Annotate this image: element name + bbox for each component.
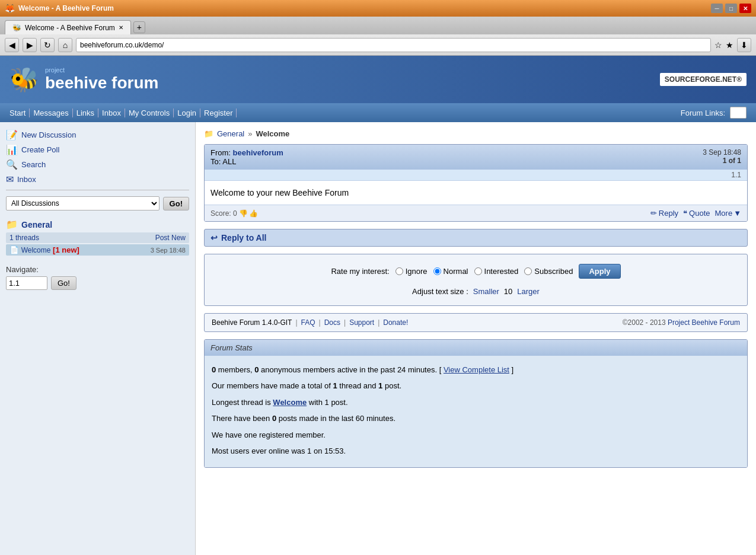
create-poll-label: Create Poll xyxy=(21,145,59,154)
subscribed-label: Subscribed xyxy=(534,267,573,276)
firefox-logo: 🦊 xyxy=(5,4,15,13)
nav-bar: Start Messages Links Inbox My Controls L… xyxy=(0,103,756,122)
nav-start[interactable]: Start xyxy=(9,109,30,117)
forward-button[interactable]: ▶ xyxy=(23,38,37,52)
new-discussion-icon: 📝 xyxy=(6,129,18,141)
breadcrumb-general-link[interactable]: General xyxy=(217,129,244,138)
minimize-button[interactable]: ─ xyxy=(711,4,723,13)
site-header: 🐝 project beehive forum SOURCEFORGE.NET® xyxy=(0,56,756,103)
create-poll-link[interactable]: 📊 Create Poll xyxy=(6,144,189,155)
back-button[interactable]: ◀ xyxy=(5,38,19,52)
tab-favicon: 🐝 xyxy=(12,24,21,32)
nav-links[interactable]: Links xyxy=(73,109,98,117)
version-text: Beehive Forum 1.4.0-GIT xyxy=(212,318,292,327)
apply-button[interactable]: Apply xyxy=(579,264,620,279)
site-logo: 🐝 project beehive forum xyxy=(9,66,158,94)
discussions-go-button[interactable]: Go! xyxy=(163,197,189,210)
larger-link[interactable]: Larger xyxy=(517,287,540,296)
forum-stats-body: 0 members, 0 anonymous members active in… xyxy=(205,356,747,467)
bookmark-icon[interactable]: ☆ xyxy=(714,40,722,50)
category-header: 📁 General xyxy=(6,219,189,230)
to-value: ALL xyxy=(222,157,236,166)
nav-links: Start Messages Links Inbox My Controls L… xyxy=(9,109,237,117)
tab-bar: 🐝 Welcome - A Beehive Forum ✕ + xyxy=(0,17,756,34)
refresh-button[interactable]: ↻ xyxy=(40,38,55,52)
category-section: 📁 General 1 threads Post New 📄 Welcome [… xyxy=(6,219,189,256)
support-link[interactable]: Support xyxy=(349,318,374,327)
anon-count: 0 xyxy=(254,365,259,374)
recent-posts-count: 0 xyxy=(272,414,276,423)
more-link[interactable]: More ▼ xyxy=(715,209,742,218)
home-button[interactable]: ⌂ xyxy=(58,38,72,52)
donate-link[interactable]: Donate! xyxy=(383,318,408,327)
active-tab[interactable]: 🐝 Welcome - A Beehive Forum ✕ xyxy=(5,20,131,34)
docs-link[interactable]: Docs xyxy=(324,318,340,327)
thread-count-link[interactable]: 1 threads xyxy=(9,234,39,242)
nav-register[interactable]: Register xyxy=(200,109,237,117)
reply-to-all-link[interactable]: ↩ Reply to All xyxy=(210,233,741,243)
post-new-link[interactable]: Post New xyxy=(155,234,186,242)
total-posts: 1 xyxy=(378,381,382,390)
logo-project: project xyxy=(45,66,158,74)
new-badge: [1 new] xyxy=(53,245,79,254)
quote-label: Quote xyxy=(689,209,710,218)
navigate-section: Navigate: Go! xyxy=(6,265,189,290)
copyright-text: ©2002 - 2013 xyxy=(623,318,666,327)
bookmark-filled-icon[interactable]: ★ xyxy=(726,40,733,50)
subscribed-option[interactable]: Subscribed xyxy=(524,267,573,276)
url-input[interactable] xyxy=(76,38,711,52)
nav-inbox[interactable]: Inbox xyxy=(98,109,125,117)
smaller-link[interactable]: Smaller xyxy=(473,287,499,296)
reply-link[interactable]: ✏ Reply xyxy=(650,209,678,218)
project-link[interactable]: Project Beehive Forum xyxy=(668,318,740,327)
nav-my-controls[interactable]: My Controls xyxy=(125,109,174,117)
close-button[interactable]: ✕ xyxy=(739,4,751,13)
message-id: 1.1 xyxy=(731,171,741,179)
welcome-thread-date: 3 Sep 18:48 xyxy=(151,247,186,254)
message-user-link[interactable]: beehiveforum xyxy=(233,148,283,157)
footer-sep-1: | xyxy=(295,318,297,327)
view-complete-list-link[interactable]: View Complete List xyxy=(444,365,509,374)
nav-messages[interactable]: Messages xyxy=(30,109,72,117)
breadcrumb-folder-icon: 📁 xyxy=(204,129,213,138)
more-label: More xyxy=(715,209,733,218)
ignore-radio[interactable] xyxy=(395,267,403,275)
longest-thread-link[interactable]: Welcome xyxy=(273,398,307,407)
reply-label: Reply xyxy=(659,209,678,218)
thumb-up-icon[interactable]: 👍 xyxy=(249,209,258,218)
action-links: ✏ Reply ❝ Quote More ▼ xyxy=(650,209,741,218)
inbox-icon: ✉ xyxy=(6,174,14,185)
from-label: From: xyxy=(210,148,231,157)
nav-login[interactable]: Login xyxy=(174,109,200,117)
maximize-button[interactable]: □ xyxy=(725,4,737,13)
footer-sep-3: | xyxy=(344,318,346,327)
ignore-option[interactable]: Ignore xyxy=(395,267,428,276)
footer-bar: Beehive Forum 1.4.0-GIT | FAQ | Docs | S… xyxy=(204,313,748,332)
discussions-dropdown[interactable]: All Discussions xyxy=(6,196,160,210)
inbox-link[interactable]: ✉ Inbox xyxy=(6,174,189,185)
faq-link[interactable]: FAQ xyxy=(301,318,315,327)
welcome-thread-info: 📄 Welcome [1 new] xyxy=(9,245,79,254)
navigate-input[interactable] xyxy=(6,276,47,290)
sidebar-divider xyxy=(6,190,189,190)
forum-links-dropdown[interactable] xyxy=(730,107,747,119)
interested-radio[interactable] xyxy=(474,267,482,275)
welcome-thread-link[interactable]: Welcome xyxy=(21,246,51,254)
tab-close-button[interactable]: ✕ xyxy=(119,24,123,31)
new-discussion-link[interactable]: 📝 New Discussion xyxy=(6,129,189,141)
navigate-go-button[interactable]: Go! xyxy=(51,276,76,290)
subscribed-radio[interactable] xyxy=(524,267,532,275)
download-button[interactable]: ⬇ xyxy=(737,38,751,52)
sourceforge-badge: SOURCEFORGE.NET® xyxy=(660,73,747,86)
normal-option[interactable]: Normal xyxy=(433,267,468,276)
interested-option[interactable]: Interested xyxy=(474,267,519,276)
search-link[interactable]: 🔍 Search xyxy=(6,159,189,170)
normal-radio[interactable] xyxy=(433,267,441,275)
footer-links: Beehive Forum 1.4.0-GIT | FAQ | Docs | S… xyxy=(212,318,408,327)
new-tab-button[interactable]: + xyxy=(133,21,145,33)
rate-label: Rate my interest: xyxy=(331,267,389,276)
quote-link[interactable]: ❝ Quote xyxy=(683,209,710,218)
thumb-down-icon[interactable]: 👎 xyxy=(239,209,248,218)
forum-stats-title: Forum Stats xyxy=(210,343,253,352)
welcome-thread-row: 📄 Welcome [1 new] 3 Sep 18:48 xyxy=(6,244,189,256)
